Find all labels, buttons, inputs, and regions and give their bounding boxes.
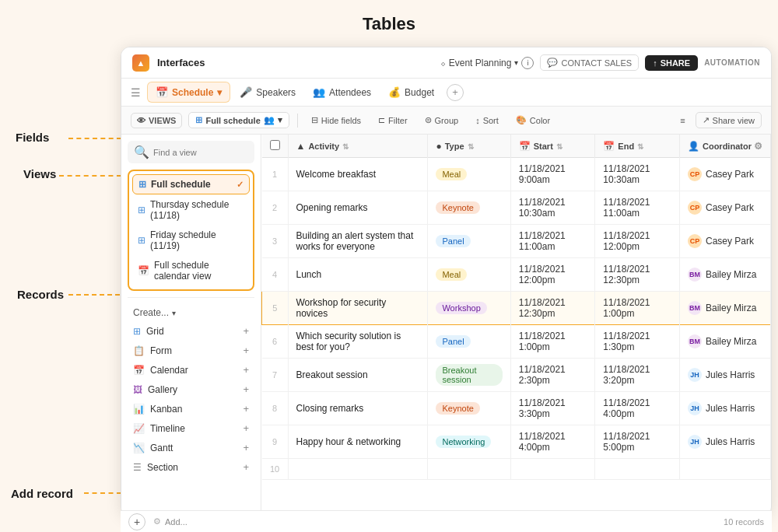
tab-attendees[interactable]: 👥 Attendees	[305, 82, 379, 102]
info-icon[interactable]: i	[521, 57, 534, 69]
event-planning-button[interactable]: ⬦ Event Planning ▾ i	[440, 57, 534, 69]
cell-start: 11/18/2021 11:00am	[510, 225, 595, 258]
add-tab-button[interactable]: +	[447, 84, 464, 101]
table-row[interactable]: 6 Which security solution is best for yo…	[262, 325, 771, 359]
filter-button[interactable]: ⊏ Filter	[373, 113, 412, 128]
cell-coordinator: JHJules Harris	[679, 359, 770, 392]
cell-type: Networking	[428, 425, 510, 459]
table-row[interactable]: 3 Building an alert system that works fo…	[262, 225, 771, 258]
table-row[interactable]: 8 Closing remarks Keynote 11/18/2021 3:3…	[262, 392, 771, 425]
fields-label: Fields	[16, 131, 49, 144]
cell-type: Panel	[428, 225, 510, 258]
view-item-full-schedule[interactable]: ⊞ Full schedule ✓	[132, 174, 250, 194]
cell-start: 11/18/2021 9:00am	[510, 158, 595, 191]
add-record-line	[84, 492, 121, 494]
cell-coordinator: BMBailey Mirza	[679, 258, 770, 292]
create-gallery[interactable]: 🖼 Gallery +	[128, 380, 254, 399]
find-view-input-container: 🔍 ⚙	[128, 141, 254, 163]
table-row[interactable]: 1 Welcome breakfast Meal 11/18/2021 9:00…	[262, 158, 771, 191]
cell-num: 6	[262, 325, 289, 359]
hide-fields-button[interactable]: ⊟ Hide fields	[306, 113, 366, 128]
tab-speakers[interactable]: 🎤 Speakers	[232, 82, 303, 102]
th-activity: ▲Activity⇅	[288, 135, 428, 158]
schedule-table: ▲Activity⇅ ●Type⇅ 📅Start⇅ 📅End⇅ 👤Coor	[261, 135, 771, 480]
create-section[interactable]: ☰ Section +	[128, 457, 254, 477]
full-schedule-button[interactable]: ⊞ Full schedule 👥 ▾	[188, 112, 289, 128]
add-record-text[interactable]: ⚙ Add...	[153, 516, 187, 527]
views-label: Views	[23, 167, 56, 180]
content-area: 🔍 ⚙ ⊞ Full schedule ✓ ⊞ Thursday schedul…	[121, 135, 771, 516]
tab-schedule[interactable]: 📅 Schedule ▾	[147, 82, 230, 103]
cell-activity: Welcome breakfast	[288, 158, 428, 191]
group-button[interactable]: ⊜ Group	[419, 113, 464, 128]
table-row[interactable]: 7 Breakout session Breakout session 11/1…	[262, 359, 771, 392]
tab-budget[interactable]: 💰 Budget	[380, 82, 442, 102]
cell-start: 11/18/2021 1:00pm	[510, 325, 595, 359]
toolbar-right: ≡ ↗ Share view	[675, 112, 762, 128]
th-settings-icon[interactable]: ⚙	[754, 141, 762, 152]
create-gantt[interactable]: 📉 Gantt +	[128, 438, 254, 457]
cell-end: 11/18/2021 3:20pm	[595, 359, 680, 392]
view-item-thursday[interactable]: ⊞ Thursday schedule (11/18)	[132, 195, 250, 225]
bottom-bar: + ⚙ Add... 10 records	[121, 510, 772, 532]
cell-end: 11/18/2021 12:00pm	[595, 225, 680, 258]
view-item-friday[interactable]: ⊞ Friday schedule (11/19)	[132, 226, 250, 255]
find-view-input[interactable]	[153, 148, 261, 157]
cell-end: 11/18/2021 4:00pm	[595, 392, 680, 425]
cell-num: 9	[262, 425, 289, 459]
cell-num: 8	[262, 392, 289, 425]
share-button[interactable]: ↑ SHARE	[645, 55, 698, 71]
create-calendar[interactable]: 📅 Calendar +	[128, 360, 254, 380]
table-row[interactable]: 9 Happy hour & networking Networking 11/…	[262, 425, 771, 459]
th-coordinator: 👤Coordinator ⚙	[679, 135, 770, 158]
cell-type	[428, 459, 510, 480]
cell-activity: Happy hour & networking	[288, 425, 428, 459]
cell-type: Panel	[428, 325, 510, 359]
menu-icon[interactable]: ☰	[131, 86, 141, 99]
sidebar: 🔍 ⚙ ⊞ Full schedule ✓ ⊞ Thursday schedul…	[121, 135, 261, 516]
cell-activity: Lunch	[288, 258, 428, 292]
create-section[interactable]: Create... ▾	[128, 304, 254, 321]
create-timeline[interactable]: 📈 Timeline +	[128, 418, 254, 438]
records-line	[68, 294, 120, 296]
table-row[interactable]: 5 Workshop for security novices Workshop…	[262, 292, 771, 325]
create-form[interactable]: 📋 Form +	[128, 341, 254, 360]
cell-start: 11/18/2021 4:00pm	[510, 425, 595, 459]
share-view-button[interactable]: ↗ Share view	[696, 112, 762, 128]
sort-button[interactable]: ↕ Sort	[470, 114, 504, 128]
cell-type: Meal	[428, 158, 510, 191]
cell-activity: Closing remarks	[288, 392, 428, 425]
table-row[interactable]: 10	[262, 459, 771, 480]
create-grid[interactable]: ⊞ Grid +	[128, 321, 254, 341]
cell-num: 1	[262, 158, 289, 191]
view-item-calendar[interactable]: 📅 Full schedule calendar view	[132, 256, 250, 285]
cell-activity: Workshop for security novices	[288, 292, 428, 325]
create-kanban[interactable]: 📊 Kanban +	[128, 399, 254, 418]
table-row[interactable]: 2 Opening remarks Keynote 11/18/2021 10:…	[262, 191, 771, 225]
app-name: Interfaces	[157, 57, 433, 68]
color-button[interactable]: 🎨 Color	[510, 113, 555, 128]
cell-activity: Opening remarks	[288, 191, 428, 225]
add-record-button[interactable]: +	[128, 513, 145, 530]
select-all-checkbox[interactable]	[270, 140, 280, 150]
cell-coordinator: CPCasey Park	[679, 225, 770, 258]
cell-coordinator: BMBailey Mirza	[679, 325, 770, 359]
cell-start: 11/18/2021 12:30pm	[510, 292, 595, 325]
page-title: Tables	[363, 14, 415, 34]
cell-start: 11/18/2021 12:00pm	[510, 258, 595, 292]
cell-coordinator: BMBailey Mirza	[679, 292, 770, 325]
top-bar-right: ⬦ Event Planning ▾ i 💬 CONTACT SALES ↑ S…	[440, 54, 760, 71]
contact-sales-button[interactable]: 💬 CONTACT SALES	[540, 54, 639, 71]
th-checkbox	[262, 135, 289, 158]
row-height-button[interactable]: ≡	[675, 114, 690, 128]
toolbar: 👁 VIEWS ⊞ Full schedule 👥 ▾ ⊟ Hide field…	[121, 107, 771, 135]
fields-line	[68, 138, 121, 139]
th-start: 📅Start⇅	[510, 135, 595, 158]
records-count: 10 records	[724, 517, 764, 527]
cell-coordinator: CPCasey Park	[679, 191, 770, 225]
cell-activity: Which security solution is best for you?	[288, 325, 428, 359]
views-button[interactable]: 👁 VIEWS	[131, 113, 182, 128]
cell-num: 5	[262, 292, 289, 325]
table-row[interactable]: 4 Lunch Meal 11/18/2021 12:00pm 11/18/20…	[262, 258, 771, 292]
cell-end: 11/18/2021 12:30pm	[595, 258, 680, 292]
